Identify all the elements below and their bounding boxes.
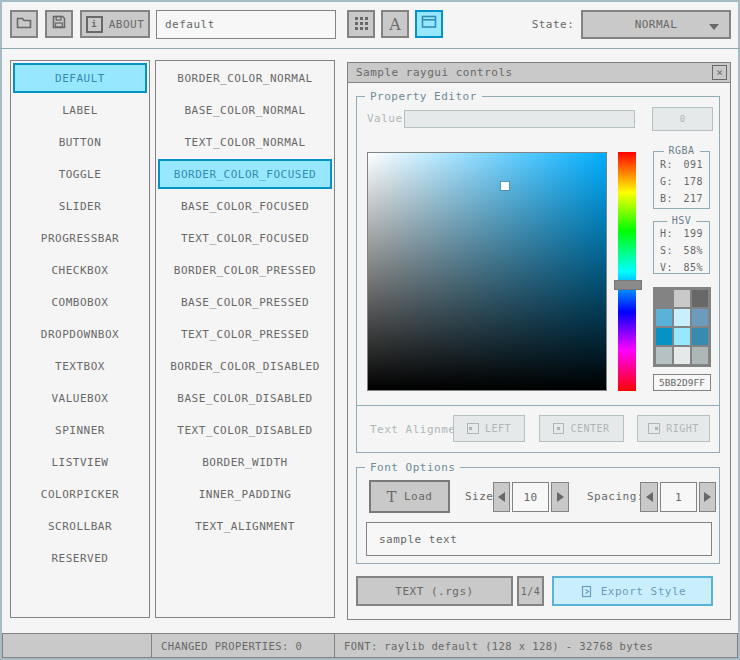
align-left-icon [467,423,479,434]
control-item-default[interactable]: DEFAULT [13,63,147,93]
property-item[interactable]: BORDER_COLOR_NORMAL [156,62,334,94]
color-swatch[interactable] [674,347,690,364]
property-item[interactable]: BORDER_COLOR_PRESSED [156,254,334,286]
align-left-button[interactable]: LEFT [453,415,525,442]
color-swatch[interactable] [656,309,672,326]
size-value-box[interactable]: 10 [512,482,549,512]
hue-slider-handle[interactable] [614,280,642,290]
color-swatch[interactable] [692,290,708,307]
spacing-value-box[interactable]: 1 [660,482,697,512]
font-view-button[interactable]: A [381,10,409,38]
control-item-scrollbar[interactable]: SCROLLBAR [11,510,149,542]
property-editor-divider [357,405,719,406]
control-item-reserved[interactable]: RESERVED [11,542,149,574]
properties-listview: BORDER_COLOR_NORMAL BASE_COLOR_NORMAL TE… [155,60,335,618]
property-item[interactable]: TEXT_COLOR_FOCUSED [156,222,334,254]
property-item[interactable]: TEXT_ALIGNMENT [156,510,334,542]
align-right-button[interactable]: RIGHT [637,415,710,442]
export-style-button[interactable]: Export Style [552,576,713,606]
property-item[interactable]: INNER_PADDING [156,478,334,510]
property-item[interactable]: BORDER_COLOR_DISABLED [156,350,334,382]
color-swatch[interactable] [692,309,708,326]
font-options-group: Font Options T Load Size: 10 Spacing: 1 … [356,467,720,564]
control-item-label[interactable]: LABEL [11,94,149,126]
style-name-value: default [165,18,215,31]
open-file-button[interactable] [10,10,38,38]
chevron-down-icon [709,24,719,30]
color-swatch[interactable] [692,328,708,345]
size-increase-button[interactable] [551,482,569,512]
hsv-saturation-row: S:58% [654,242,709,259]
color-swatch[interactable] [656,290,672,307]
grid-view-button[interactable] [347,10,375,38]
state-dropdown[interactable]: NORMAL [581,10,731,39]
toolbar-separator [0,48,740,49]
property-item[interactable]: TEXT_COLOR_NORMAL [156,126,334,158]
property-editor-group: Property Editor Value: 0 RGBA R:091 [356,96,720,453]
control-item-toggle[interactable]: TOGGLE [11,158,149,190]
about-button[interactable]: i ABOUT [80,10,150,38]
arrow-right-icon [704,492,711,502]
property-item[interactable]: BASE_COLOR_NORMAL [156,94,334,126]
hsv-hue-row: H:199 [654,225,709,242]
property-item[interactable]: TEXT_COLOR_PRESSED [156,318,334,350]
sample-text-input[interactable]: sample text [366,522,712,556]
controls-view-button[interactable] [415,10,443,38]
control-item-dropdownbox[interactable]: DROPDOWNBOX [11,318,149,350]
property-item-selected[interactable]: BORDER_COLOR_FOCUSED [158,159,332,189]
control-item-combobox[interactable]: COMBOBOX [11,286,149,318]
property-editor-group-title: Property Editor [365,90,482,103]
value-input[interactable] [404,110,635,128]
align-center-button[interactable]: CENTER [539,415,624,442]
control-item-progressbar[interactable]: PROGRESSBAR [11,222,149,254]
rgba-blue-row: B:217 [654,190,709,207]
control-item-colorpicker[interactable]: COLORPICKER [11,478,149,510]
hex-color-input[interactable]: 5BB2D9FF [653,374,711,391]
color-swatch[interactable] [692,347,708,364]
export-format-button[interactable]: TEXT (.rgs) [356,576,513,606]
value-spinner-button[interactable]: 0 [652,107,713,131]
color-swatch[interactable] [656,328,672,345]
status-font-info: FONT: raylib default (128 x 128) - 32768… [334,633,738,658]
folder-open-icon [15,13,33,35]
color-saturation-value-picker[interactable] [367,152,607,391]
style-name-input[interactable]: default [156,10,336,39]
align-center-icon [553,423,564,434]
save-file-button[interactable] [45,10,73,38]
rgba-red-row: R:091 [654,156,709,173]
spacing-increase-button[interactable] [699,482,716,512]
color-swatch[interactable] [674,328,690,345]
spacing-decrease-button[interactable] [640,482,658,512]
sample-window-titlebar[interactable]: Sample raygui controls × [348,63,730,83]
property-item[interactable]: BASE_COLOR_FOCUSED [156,190,334,222]
control-item-listview[interactable]: LISTVIEW [11,446,149,478]
align-right-icon [648,423,660,434]
sample-controls-window: Sample raygui controls × Property Editor… [347,62,731,620]
control-item-spinner[interactable]: SPINNER [11,414,149,446]
color-swatch[interactable] [674,309,690,326]
control-item-slider[interactable]: SLIDER [11,190,149,222]
control-item-checkbox[interactable]: CHECKBOX [11,254,149,286]
load-font-button[interactable]: T Load [369,480,450,513]
property-item[interactable]: BASE_COLOR_PRESSED [156,286,334,318]
control-item-valuebox[interactable]: VALUEBOX [11,382,149,414]
window-panel-icon [420,13,438,35]
grid-icon [355,15,368,34]
status-changed-properties: CHANGED PROPERTIES: 0 [151,633,335,658]
rgba-group-title: RGBA [663,145,699,156]
hue-slider[interactable] [618,152,636,391]
save-floppy-icon [50,13,68,35]
font-a-icon: A [389,15,401,34]
close-icon[interactable]: × [712,65,727,80]
color-swatch[interactable] [656,347,672,364]
color-swatch[interactable] [674,290,690,307]
control-item-textbox[interactable]: TEXTBOX [11,350,149,382]
control-item-button[interactable]: BUTTON [11,126,149,158]
property-item[interactable]: BORDER_WIDTH [156,446,334,478]
size-decrease-button[interactable] [493,482,510,512]
format-pager[interactable]: 1/4 [517,576,544,606]
color-picker-cursor[interactable] [501,182,509,190]
state-dropdown-value: NORMAL [635,18,678,31]
property-item[interactable]: TEXT_COLOR_DISABLED [156,414,334,446]
property-item[interactable]: BASE_COLOR_DISABLED [156,382,334,414]
